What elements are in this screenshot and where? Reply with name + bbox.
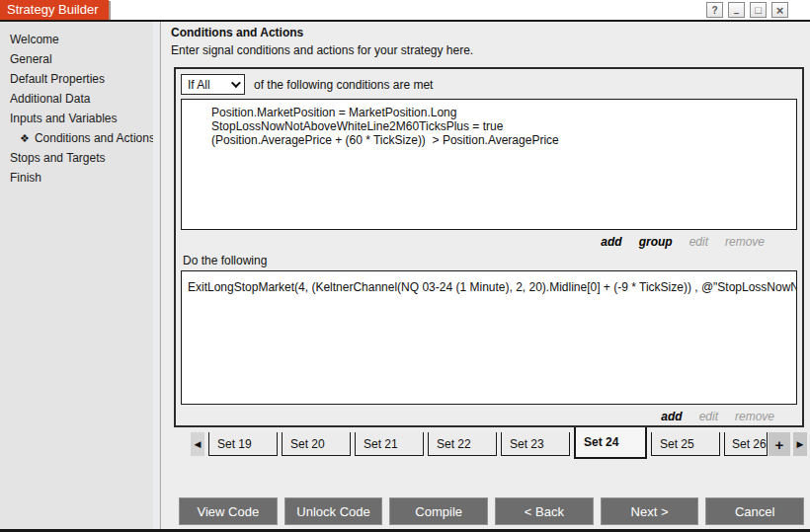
condition-group-link[interactable]: group: [639, 235, 673, 249]
plus-icon: +: [775, 436, 784, 453]
arrow-right-icon: ▶: [797, 439, 804, 449]
actions-list[interactable]: ExitLongStopMarket(4, (KeltnerChannel(NQ…: [181, 270, 797, 405]
tab-label: Set 26: [732, 437, 767, 451]
condition-item[interactable]: Position.MarketPosition = MarketPosition…: [182, 106, 796, 119]
scroll-tabs-left-button[interactable]: ◀: [191, 432, 204, 456]
help-button[interactable]: ?: [706, 2, 723, 18]
sidebar-item-welcome[interactable]: Welcome: [0, 30, 160, 49]
sidebar-item-default-properties[interactable]: Default Properties: [0, 69, 160, 89]
wizard-sidebar: Welcome General Default Properties Addit…: [0, 22, 161, 529]
tab-set-19[interactable]: Set 19: [208, 432, 278, 456]
condition-operator-dropdown[interactable]: If All: [181, 74, 245, 95]
action-links: add edit remove: [176, 405, 802, 427]
tab-label: Set 21: [364, 437, 398, 451]
sidebar-item-label: Conditions and Actions: [35, 131, 155, 145]
tab-set-26[interactable]: Set 26: [724, 432, 768, 456]
page-title: Conditions and Actions: [171, 26, 303, 39]
scroll-tabs-right-button[interactable]: ▶: [793, 432, 807, 456]
sidebar-item-conditions-and-actions[interactable]: ❖Conditions and Actions: [0, 128, 160, 148]
condition-remove-link: remove: [725, 235, 765, 249]
view-code-button[interactable]: View Code: [179, 497, 278, 525]
sidebar-item-label: Additional Data: [10, 92, 90, 106]
strategy-builder-window: Strategy Builder ? – □ × Welcome General…: [0, 0, 810, 532]
dialog-buttons: View Code Unlock Code Compile < Back Nex…: [179, 497, 804, 525]
actions-caption: Do the following: [183, 254, 802, 267]
action-edit-link: edit: [699, 410, 718, 423]
page-subtitle: Enter signal conditions and actions for …: [171, 43, 473, 57]
minimize-icon: –: [734, 8, 740, 19]
condition-item[interactable]: StopLossNowNotAboveWhiteLine2M60TicksPlu…: [182, 119, 796, 133]
tab-label: Set 22: [437, 437, 471, 451]
tab-set-22[interactable]: Set 22: [428, 432, 497, 456]
tab-label: Set 23: [510, 437, 544, 451]
close-icon: ×: [776, 3, 784, 18]
arrow-left-icon: ◀: [195, 439, 202, 449]
set-tab-page: If All of the following conditions are m…: [174, 67, 804, 427]
condition-links: add group edit remove: [176, 230, 802, 253]
sidebar-item-label: Finish: [10, 171, 41, 185]
minimize-button[interactable]: –: [728, 2, 745, 18]
sidebar-item-stops-and-targets[interactable]: Stops and Targets: [0, 148, 160, 168]
condition-operator-value: If All: [188, 78, 231, 92]
tab-set-24[interactable]: Set 24: [574, 427, 647, 459]
conditions-list[interactable]: Position.MarketPosition = MarketPosition…: [181, 99, 797, 230]
action-item[interactable]: ExitLongStopMarket(4, (KeltnerChannel(NQ…: [182, 280, 796, 294]
condition-operator-caption: of the following conditions are met: [254, 78, 433, 92]
tab-set-25[interactable]: Set 25: [651, 432, 720, 456]
tab-set-23[interactable]: Set 23: [501, 432, 570, 456]
sidebar-item-inputs-and-variables[interactable]: Inputs and Variables: [0, 109, 160, 128]
tab-label: Set 20: [290, 437, 325, 451]
window-title: Strategy Builder: [0, 0, 109, 20]
help-icon: ?: [711, 5, 717, 16]
current-step-icon: ❖: [20, 132, 30, 144]
maximize-icon: □: [755, 4, 762, 16]
titlebar: Strategy Builder ? – □ ×: [0, 0, 810, 22]
sidebar-item-general[interactable]: General: [0, 49, 160, 69]
tab-label: Set 24: [584, 435, 618, 449]
unlock-code-button[interactable]: Unlock Code: [284, 497, 383, 525]
condition-item[interactable]: (Position.AveragePrice + (60 * TickSize)…: [182, 133, 796, 147]
sidebar-item-finish[interactable]: Finish: [0, 168, 160, 188]
condition-add-link[interactable]: add: [601, 235, 621, 249]
cancel-button[interactable]: Cancel: [705, 497, 804, 525]
back-button[interactable]: < Back: [495, 497, 594, 525]
sidebar-item-label: Stops and Targets: [10, 151, 106, 165]
sidebar-item-label: Welcome: [10, 33, 59, 46]
tab-label: Set 25: [660, 437, 694, 451]
sidebar-item-label: General: [10, 52, 52, 66]
tab-set-20[interactable]: Set 20: [282, 432, 351, 456]
compile-button[interactable]: Compile: [389, 497, 488, 525]
maximize-button[interactable]: □: [750, 2, 767, 18]
action-remove-link: remove: [735, 410, 774, 423]
tab-set-21[interactable]: Set 21: [355, 432, 424, 456]
action-add-link[interactable]: add: [661, 410, 682, 423]
condition-operator-row: If All of the following conditions are m…: [181, 74, 797, 95]
tab-label: Set 19: [217, 437, 252, 451]
add-set-tab-button[interactable]: +: [769, 432, 790, 456]
chevron-down-icon: [231, 78, 241, 88]
sidebar-item-label: Default Properties: [10, 72, 105, 86]
window-controls: ? – □ ×: [706, 2, 788, 18]
sidebar-item-label: Inputs and Variables: [10, 112, 118, 125]
condition-edit-link: edit: [689, 235, 708, 249]
set-tabstrip: ◀ Set 19 Set 20 Set 21 Set 22 Set 23 Set…: [174, 427, 810, 461]
next-button[interactable]: Next >: [601, 497, 699, 525]
main-panel: Conditions and Actions Enter signal cond…: [162, 22, 810, 529]
close-button[interactable]: ×: [771, 2, 788, 18]
sidebar-item-additional-data[interactable]: Additional Data: [0, 89, 160, 109]
